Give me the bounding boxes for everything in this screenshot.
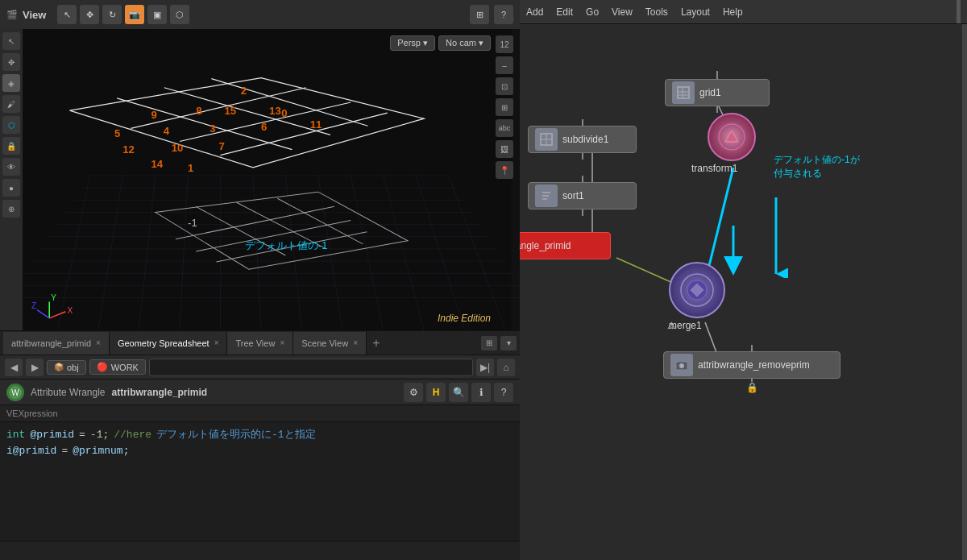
svg-text:10: 10 [172,142,184,154]
forward-button[interactable]: ▶ [26,359,44,376]
svg-text:デフォルト値の-1: デフォルト値の-1 [245,239,328,251]
info-btn[interactable]: ℹ [471,383,491,402]
work-icon: 🔴 [97,362,108,372]
node-attribwrangle-primid[interactable]: attribwrangle_primid 🔒 [524,232,536,253]
num-neg1: -1; [90,427,109,443]
tool-lock[interactable]: 🔒 [2,137,20,155]
abc-btn[interactable]: abc [496,119,513,137]
scene-canvas: 2 9 8 15 13 0 5 4 3 6 11 12 10 7 14 1 [0,29,520,330]
transform1-label: transform1 [691,163,737,174]
render-tool[interactable]: ▣ [147,5,167,24]
zoom-in-btn[interactable]: 12 [496,35,513,53]
gear-btn[interactable]: ⚙ [404,383,423,402]
viewport-title: View [23,9,46,21]
svg-text:0: 0 [281,107,287,119]
tool-paint[interactable]: 🖌 [2,95,20,113]
tab-bar-right: ⊞ ▾ [481,336,517,351]
tab-close-attrib[interactable]: × [96,338,101,347]
svg-text:W: W [11,388,19,397]
node-grid1-label: grid1 [699,87,721,98]
bottom-toolbar: ◀ ▶ 📦 obj 🔴 WORK ▶| ⌂ [0,355,520,380]
viewport-right-controls: 12 – ⊡ ⊞ abc 🖼 📍 [496,35,513,179]
tool-select[interactable]: ↖ [2,32,20,50]
menu-view[interactable]: View [612,6,633,18]
tab-close-geometry[interactable]: × [214,338,219,347]
node-subdivide1-label: subdivide1 [562,134,608,145]
node-subdivide1[interactable]: subdivide1 [528,119,637,160]
node-sort1[interactable]: sort1 [528,176,637,216]
scene-svg: 2 9 8 15 13 0 5 4 3 6 11 12 10 7 14 1 [0,29,520,330]
bottom-panel: attribwrangle_primid × Geometry Spreadsh… [0,330,520,560]
node-attrib-primid-label: attribwrangle_primid [520,240,571,251]
tool-sphere[interactable]: ● [2,179,20,197]
accept-btn[interactable]: ▶| [476,359,494,376]
svg-text:X: X [67,306,73,315]
network-canvas[interactable]: grid1 subdivide1 transform1 [520,24,967,560]
svg-text:12: 12 [122,143,135,156]
nocam-button[interactable]: No cam ▾ [438,35,491,51]
annotation-japanese: デフォルト値の-1が付与される [774,153,860,180]
japanese-comment: デフォルト値を明示的に-1と指定 [156,427,316,443]
img-btn[interactable]: 🖼 [496,140,513,158]
transform-tool[interactable]: ✥ [80,5,99,24]
persp-button[interactable]: Persp ▾ [390,35,435,51]
cyan-arrow-svg [764,197,788,278]
op-eq2: = [61,443,68,459]
back-button[interactable]: ◀ [5,359,23,376]
svg-text:13: 13 [269,105,281,117]
pin-btn[interactable]: 📍 [496,161,513,179]
code-area[interactable]: int @primid = -1; //here デフォルト値を明示的に-1と指… [0,422,520,541]
var-iprimid: i@primid [6,443,56,459]
tab-tree[interactable]: Tree View × [227,332,293,355]
svg-text:15: 15 [225,105,237,117]
rotate-tool[interactable]: ↻ [102,5,122,24]
menu-add[interactable]: Add [526,6,543,18]
obj-button[interactable]: 📦 obj [47,360,86,375]
tab-scene[interactable]: Scene View × [293,332,367,355]
work-button[interactable]: 🔴 WORK [89,359,146,375]
help-icon[interactable]: ? [494,5,513,24]
ortho-btn[interactable]: ⊞ [496,98,513,116]
camera-tool[interactable]: 📷 [125,5,144,24]
svg-text:-1: -1 [188,217,197,229]
layout-icon[interactable]: ⊞ [470,5,489,24]
tool-eye[interactable]: 👁 [2,158,20,176]
tab-attrib[interactable]: attribwrangle_primid × [3,332,110,355]
options-btn[interactable]: ▾ [500,336,517,351]
svg-text:6: 6 [261,121,267,133]
tab-label-scene: Scene View [301,338,348,348]
search-btn[interactable]: 🔍 [449,383,468,402]
menu-edit[interactable]: Edit [556,6,573,18]
tab-close-scene[interactable]: × [353,338,358,347]
attr-header: W Attribute Wrangle attribwrangle_primid… [0,380,520,405]
select-tool[interactable]: ↖ [57,5,77,24]
node-grid1[interactable]: grid1 [665,71,770,113]
node-attrib-removeprim[interactable]: attribwrangle_removeprim 🔒 [663,345,840,393]
settings-tool[interactable]: ⬡ [170,5,189,24]
add-tab-button[interactable]: + [367,334,386,353]
keyword-int: int [6,427,25,443]
tab-close-tree[interactable]: × [280,338,284,347]
fit-btn[interactable]: ⊡ [496,77,513,95]
menu-help[interactable]: Help [723,6,743,18]
right-panel: Add Edit Go View Tools Layout Help [520,0,967,560]
zoom-out-btn[interactable]: – [496,56,513,74]
vex-label: VEXpression [0,405,520,422]
svg-text:Y: Y [51,293,56,302]
var-primid: @primid [30,427,74,443]
tool-active[interactable]: ◈ [2,74,20,92]
menu-layout[interactable]: Layout [681,6,710,18]
tool-zoom[interactable]: ⊕ [2,200,20,218]
tab-geometry[interactable]: Geometry Spreadsheet × [110,332,228,355]
path-input[interactable] [149,359,473,376]
tool-3[interactable]: ⬡ [2,116,20,134]
home-btn[interactable]: ⌂ [497,359,515,376]
help-btn[interactable]: ? [494,383,513,402]
highlight-btn[interactable]: H [426,383,446,402]
attr-type-label: Attribute Wrangle [31,387,106,398]
menu-go[interactable]: Go [586,6,599,18]
tab-bar: attribwrangle_primid × Geometry Spreadsh… [0,331,520,355]
tool-move[interactable]: ✥ [2,53,20,71]
split-btn[interactable]: ⊞ [481,336,497,351]
menu-tools[interactable]: Tools [645,6,668,18]
